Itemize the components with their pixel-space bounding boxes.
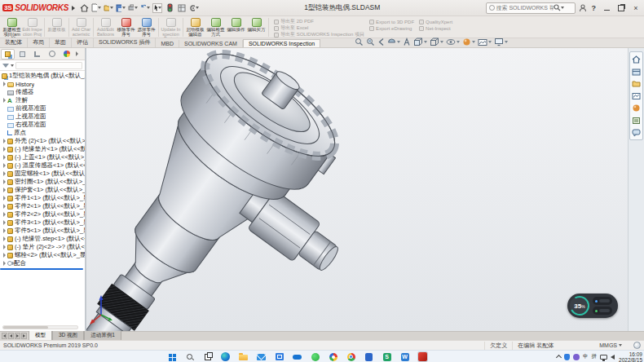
tab-solidworks-inspection[interactable]: SOLIDWORKS Inspection: [243, 39, 320, 47]
featuremanager-tab[interactable]: [1, 49, 15, 60]
network-monitor-icon[interactable]: [600, 355, 607, 360]
ribbon-button-new-template[interactable]: 新建模板: [46, 17, 67, 38]
expand-arrow-icon[interactable]: [3, 155, 6, 160]
expand-arrow-icon[interactable]: [3, 204, 6, 209]
tab-motion-study[interactable]: 运动算例1: [84, 330, 121, 340]
minimize-button[interactable]: [601, 2, 612, 14]
file-explorer-taskbar-icon[interactable]: [238, 351, 249, 362]
dropdown-caret-icon[interactable]: [397, 41, 400, 43]
tree-item-component[interactable]: 螺栓<2> (默认<<默认>_显示状态: [0, 251, 85, 259]
dropdown-caret-icon[interactable]: [505, 41, 508, 43]
thermocouple-3d-model[interactable]: [86, 48, 628, 331]
new-file-icon[interactable]: [91, 3, 101, 13]
expand-arrow-icon[interactable]: [3, 188, 6, 192]
zoom-to-area-icon[interactable]: [366, 38, 375, 46]
dimxpertmanager-tab[interactable]: [45, 49, 59, 60]
dropdown-caret-icon[interactable]: [122, 7, 126, 9]
onedrive-icon[interactable]: [292, 351, 302, 362]
file-properties-icon[interactable]: [177, 3, 187, 13]
tree-item-sensors[interactable]: 传感器: [0, 88, 85, 96]
expand-arrow-icon[interactable]: [3, 245, 6, 249]
expand-arrow-icon[interactable]: [3, 98, 6, 103]
apply-scene-icon[interactable]: [478, 38, 492, 46]
design-library-icon[interactable]: [631, 66, 642, 77]
rebuild-icon[interactable]: [165, 3, 174, 13]
configurationmanager-tab[interactable]: [30, 49, 44, 60]
ribbon-button-new-inspection-project[interactable]: 新建检查项目(amp;N): [2, 17, 22, 38]
close-button[interactable]: ×: [630, 2, 642, 14]
export-3d-pdf-item[interactable]: Export to 3D PDF: [369, 19, 414, 24]
browser-wheel-icon[interactable]: [328, 351, 338, 362]
select-cursor-icon[interactable]: [152, 3, 162, 13]
expand-arrow-icon[interactable]: [3, 261, 6, 266]
tab-sketch[interactable]: 草图: [50, 38, 72, 47]
search-box[interactable]: [486, 2, 576, 14]
view-settings-icon[interactable]: [494, 38, 508, 46]
ime-mode-indicator[interactable]: 拼: [592, 353, 598, 360]
zoom-to-fit-icon[interactable]: [355, 38, 364, 46]
menu-flyout-arrow-icon[interactable]: [72, 6, 75, 11]
tree-item-component[interactable]: (-) 绝缘垫片<1> (默认<<默认>_显示: [0, 145, 85, 153]
ribbon-button-edit-operations[interactable]: 编辑操作: [226, 17, 246, 38]
tab-evaluate[interactable]: 评估: [72, 38, 94, 47]
zoom-percentage-widget[interactable]: 35%: [567, 294, 618, 318]
tree-item-component[interactable]: 保护套<1> (默认<<默认>_显示状态: [0, 186, 85, 194]
widget-button-top[interactable]: [593, 297, 612, 305]
expand-arrow-icon[interactable]: [3, 171, 6, 176]
tab-mbd[interactable]: MBD: [156, 40, 179, 47]
expand-arrow-icon[interactable]: [3, 212, 6, 217]
ribbon-button-select-balloons[interactable]: 选择零件序号: [136, 17, 157, 38]
chrome-icon[interactable]: [346, 351, 356, 362]
tree-item-component[interactable]: (-) 温度传感器<1> (默认<<默认>_显: [0, 161, 85, 170]
search-input[interactable]: [496, 5, 554, 11]
tab-layout[interactable]: 布局: [28, 38, 50, 47]
dropdown-caret-icon[interactable]: [135, 7, 138, 9]
dropdown-caret-icon[interactable]: [98, 7, 101, 9]
tree-item-history[interactable]: History: [0, 80, 85, 88]
ribbon-button-add-edit-balloons[interactable]: Add/Edit Balloons: [95, 17, 116, 38]
export-edrawing-item[interactable]: Export eDrawing: [369, 25, 414, 31]
expand-arrow-icon[interactable]: [3, 147, 6, 152]
ribbon-button-edit-methods[interactable]: 编辑检查方式: [205, 17, 226, 38]
ribbon-button-launch-template-editor[interactable]: 启动模板编辑器: [185, 17, 205, 38]
expand-arrow-icon[interactable]: [3, 139, 6, 143]
widget-button-bottom[interactable]: [593, 307, 612, 315]
tab-scroll-next-icon[interactable]: [15, 333, 20, 339]
filter-funnel-icon[interactable]: [2, 64, 9, 68]
tree-item-component[interactable]: 固定螺栓<1> (默认<<默认>_显示状: [0, 170, 85, 178]
microsoft-store-icon[interactable]: [274, 351, 285, 362]
graphics-viewport[interactable]: 35%: [86, 48, 628, 331]
tree-item-top-plane[interactable]: 上视基准面: [0, 113, 85, 121]
display-style-icon[interactable]: [430, 38, 443, 46]
zoom-dial[interactable]: 35%: [569, 295, 590, 316]
tree-item-component[interactable]: 零件3<1> (默认<<默认>_显示状态: [0, 219, 85, 227]
ime-indicator[interactable]: 中: [583, 353, 589, 360]
scrollbar-thumb[interactable]: [3, 326, 48, 329]
start-button[interactable]: [166, 351, 177, 362]
tree-item-mates[interactable]: 配合: [0, 259, 85, 267]
qualityxpert-item[interactable]: QualityXpert: [419, 19, 452, 24]
tree-item-component[interactable]: 零件2<1> (默认<<默认>_显示状态: [0, 202, 85, 210]
tab-assembly[interactable]: 装配体: [0, 38, 28, 47]
appearances-scenes-icon[interactable]: [631, 103, 642, 113]
help-button[interactable]: ?: [590, 4, 598, 12]
home-icon[interactable]: [79, 3, 89, 13]
blue-app-icon[interactable]: [364, 351, 374, 362]
speaker-icon[interactable]: [611, 355, 615, 360]
net-inspect-item[interactable]: Net-Inspect: [419, 25, 452, 31]
dropdown-caret-icon[interactable]: [147, 7, 150, 9]
mail-icon[interactable]: [256, 351, 267, 362]
tree-item-component[interactable]: (-) 上盖<1> (默认<<默认>_显示状态: [0, 153, 85, 161]
ribbon-button-remove-balloons[interactable]: 移除零件序号: [116, 17, 136, 38]
expand-arrow-icon[interactable]: [3, 253, 6, 258]
search-dropdown-caret-icon[interactable]: [561, 7, 564, 9]
ribbon-button-add-characteristic[interactable]: Add Characteristic: [71, 17, 91, 38]
ribbon-button-edit-inspection-project[interactable]: Edit Inspection Project: [22, 17, 42, 38]
tab-model[interactable]: 模型: [29, 330, 52, 340]
expand-arrow-icon[interactable]: [3, 220, 6, 225]
tree-item-front-plane[interactable]: 前视基准面: [0, 104, 85, 113]
tree-item-assembly-root[interactable]: 1型铠装热电偶 (默认<默认_显示状态-1: [0, 72, 85, 80]
ribbon-button-update-inspection-project[interactable]: Update Inspection Project: [161, 17, 181, 38]
tree-item-component[interactable]: 外壳 (2)<1> (默认<<默认>_显示状态: [0, 137, 85, 145]
dropdown-caret-icon[interactable]: [110, 7, 113, 9]
